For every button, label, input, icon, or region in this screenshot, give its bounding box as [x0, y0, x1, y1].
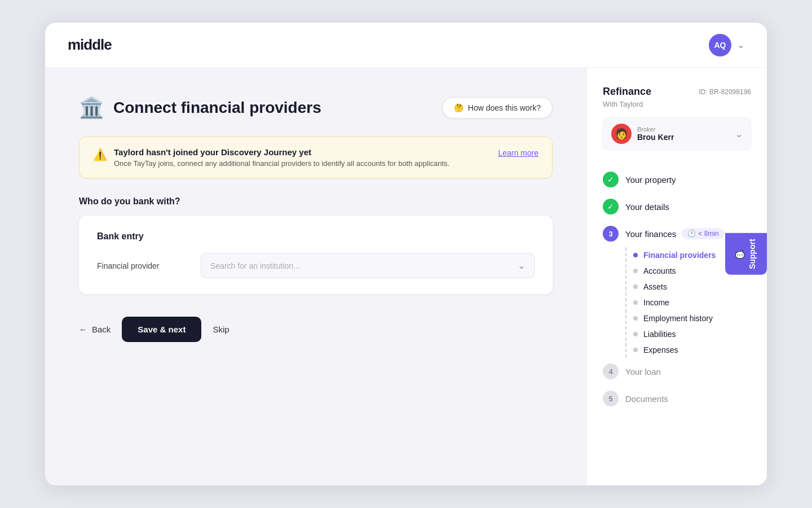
check-icon-details: ✓ — [603, 199, 619, 214]
financial-provider-label: Financial provider — [97, 261, 187, 270]
step-number-5: 5 — [603, 391, 619, 406]
logo: middle — [68, 36, 112, 54]
support-icon: 💬 — [735, 249, 744, 259]
page-title: Connect financial providers — [113, 99, 321, 117]
broker-label: Broker — [637, 126, 674, 133]
sub-dot-active — [633, 253, 638, 257]
step-documents-label: Documents — [625, 394, 668, 404]
sub-item-label-financial-providers: Financial providers — [643, 251, 716, 260]
support-area: 💬 Support — [725, 233, 767, 275]
alert-content: ⚠️ Taylord hasn't joined your Discovery … — [93, 147, 449, 168]
bank-card: Bank entry Financial provider Search for… — [79, 216, 553, 294]
sub-item-label-employment: Employment history — [643, 314, 713, 323]
alert-title: Taylord hasn't joined your Discovery Jou… — [114, 147, 449, 157]
broker-chevron-icon[interactable]: ⌄ — [735, 129, 743, 139]
sub-dot-assets — [633, 284, 638, 289]
step-number-3: 3 — [603, 226, 619, 242]
header: middle AQ ⌄ — [45, 23, 767, 68]
support-button[interactable]: 💬 Support — [725, 233, 767, 275]
time-badge: 🕐 < 8min — [682, 228, 724, 239]
sub-item-liabilities[interactable]: Liabilities — [633, 326, 751, 342]
broker-left: 🧑 Broker Brou Kerr — [611, 124, 674, 144]
warning-icon: ⚠️ — [93, 148, 107, 161]
step-finances-label: Your finances — [625, 229, 676, 239]
sub-item-expenses[interactable]: Expenses — [633, 342, 751, 358]
broker-info: Broker Brou Kerr — [637, 126, 674, 142]
refinance-sub: With Taylord — [603, 100, 751, 108]
sub-item-label-liabilities: Liabilities — [643, 330, 676, 339]
save-next-button[interactable]: Save & next — [122, 317, 201, 342]
bank-row: Financial provider Search for an institu… — [97, 253, 535, 278]
step-your-loan[interactable]: 4 Your loan — [603, 358, 751, 385]
broker-name: Brou Kerr — [637, 133, 674, 142]
bank-question: Who do you bank with? — [79, 196, 553, 207]
step-documents[interactable]: 5 Documents — [603, 385, 751, 412]
support-label: Support — [748, 239, 757, 269]
step-loan-label: Your loan — [625, 367, 661, 376]
page-title-left: 🏛️ Connect financial providers — [79, 96, 321, 120]
footer: ← Back Save & next Skip — [79, 317, 553, 342]
sidebar: Refinance ID: BR-82098196 With Taylord 🧑… — [586, 68, 767, 485]
sub-item-assets[interactable]: Assets — [633, 279, 751, 295]
sub-item-income[interactable]: Income — [633, 295, 751, 310]
content-area: 🏛️ Connect financial providers 🤔 How doe… — [45, 68, 586, 485]
step-number-4: 4 — [603, 364, 619, 379]
sub-dot-income — [633, 300, 638, 305]
sub-dot-expenses — [633, 348, 638, 352]
sub-dot-liabilities — [633, 332, 638, 336]
sub-dot-employment — [633, 316, 638, 321]
page-title-row: 🏛️ Connect financial providers 🤔 How doe… — [79, 96, 553, 120]
sub-item-employment[interactable]: Employment history — [633, 310, 751, 326]
check-icon-property: ✓ — [603, 172, 619, 187]
time-value: < 8min — [698, 230, 718, 238]
broker-avatar: 🧑 — [611, 124, 632, 144]
back-label: Back — [92, 325, 111, 334]
header-right: AQ ⌄ — [709, 34, 744, 56]
step-property-label: Your property — [625, 175, 676, 185]
how-works-button[interactable]: 🤔 How does this work? — [442, 97, 553, 119]
back-arrow-icon: ← — [79, 325, 87, 334]
skip-button[interactable]: Skip — [213, 325, 229, 334]
main-content: 🏛️ Connect financial providers 🤔 How doe… — [45, 68, 767, 485]
finances-row: Your finances 🕐 < 8min — [625, 228, 725, 239]
refinance-title: Refinance — [603, 86, 651, 98]
alert-text-block: Taylord hasn't joined your Discovery Jou… — [114, 147, 449, 168]
sub-item-label-expenses: Expenses — [643, 345, 678, 354]
institution-dropdown[interactable]: Search for an institution... ⌄ — [201, 253, 535, 278]
sub-item-label-accounts: Accounts — [643, 266, 676, 275]
alert-description: Once TayTay joins, connect any additiona… — [114, 159, 449, 168]
refinance-row: Refinance ID: BR-82098196 — [603, 86, 751, 98]
sub-item-label-assets: Assets — [643, 282, 667, 291]
refinance-block: Refinance ID: BR-82098196 With Taylord 🧑… — [603, 86, 751, 150]
sub-item-label-income: Income — [643, 298, 669, 307]
how-works-label: How does this work? — [468, 103, 541, 112]
title-icon: 🏛️ — [79, 96, 104, 120]
step-your-property[interactable]: ✓ Your property — [603, 166, 751, 193]
how-works-emoji: 🤔 — [454, 103, 464, 112]
broker-row: 🧑 Broker Brou Kerr ⌄ — [603, 117, 751, 150]
step-details-label: Your details — [625, 202, 669, 212]
chevron-down-icon[interactable]: ⌄ — [737, 40, 744, 50]
learn-more-link[interactable]: Learn more — [498, 148, 539, 157]
step-your-details[interactable]: ✓ Your details — [603, 193, 751, 220]
bank-entry-title: Bank entry — [97, 231, 535, 242]
back-button[interactable]: ← Back — [79, 325, 111, 334]
clock-icon: 🕐 — [687, 230, 696, 238]
refinance-id: ID: BR-82098196 — [699, 88, 751, 96]
sub-dot-accounts — [633, 269, 638, 273]
dropdown-arrow-icon: ⌄ — [518, 260, 525, 271]
avatar[interactable]: AQ — [709, 34, 731, 56]
institution-placeholder: Search for an institution... — [210, 261, 300, 270]
progress-steps: ✓ Your property ✓ Your details 3 Your fi… — [603, 166, 751, 412]
alert-banner: ⚠️ Taylord hasn't joined your Discovery … — [79, 137, 553, 178]
